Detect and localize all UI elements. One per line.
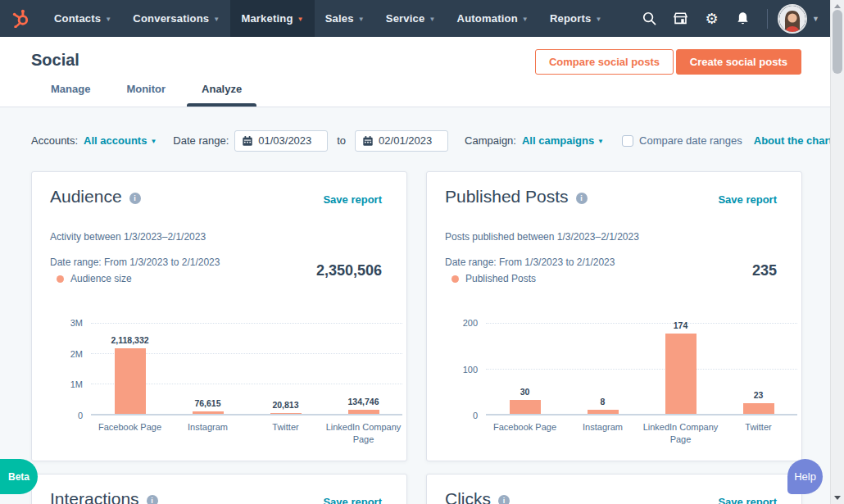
- clicks-card: Clicks i Save report: [426, 474, 802, 504]
- settings-gear-icon[interactable]: ⚙: [704, 11, 719, 26]
- calendar-icon: [362, 135, 374, 147]
- chevron-down-icon[interactable]: ▼: [812, 15, 819, 23]
- chevron-down-icon: ▼: [595, 16, 601, 23]
- bar-slot: 8Instagram: [564, 323, 642, 414]
- card-title: Clicks i: [445, 489, 510, 504]
- chevron-down-icon: ▼: [597, 138, 604, 145]
- scroll-up-arrow-icon[interactable]: [834, 4, 841, 8]
- bar-slot: 23Twitter: [719, 323, 797, 414]
- x-axis-label: Instagram: [565, 421, 641, 434]
- nav-item-marketing[interactable]: Marketing ▼: [230, 0, 314, 37]
- bar-slot: 2,118,332Facebook Page: [91, 323, 169, 414]
- marketplace-icon[interactable]: [673, 11, 688, 26]
- y-axis: 2001000: [445, 323, 478, 415]
- bar-facebook-page[interactable]: [510, 400, 541, 414]
- search-icon[interactable]: [642, 11, 657, 26]
- info-icon[interactable]: i: [498, 495, 510, 504]
- create-social-posts-button[interactable]: Create social posts: [676, 49, 801, 75]
- date-from-field[interactable]: [234, 130, 328, 152]
- page-header: Social Compare social posts Create socia…: [0, 37, 844, 107]
- accounts-dropdown[interactable]: All accounts ▼: [84, 134, 157, 147]
- chart-legend: Published Posts: [451, 273, 536, 284]
- bar-value-label: 20,813: [272, 400, 298, 410]
- scrollbar-thumb[interactable]: [833, 10, 842, 74]
- y-axis-tick: 2M: [70, 348, 83, 360]
- bar-instagram[interactable]: [193, 411, 224, 414]
- nav-item-reports[interactable]: Reports ▼: [539, 0, 613, 37]
- y-axis-tick: 100: [463, 364, 478, 375]
- date-to-field[interactable]: [355, 130, 448, 152]
- nav-item-sales[interactable]: Sales ▼: [315, 0, 375, 37]
- bar-instagram[interactable]: [588, 410, 619, 414]
- nav-item-service[interactable]: Service ▼: [375, 0, 447, 37]
- bar-slot: 134,746LinkedIn Company Page: [324, 323, 402, 414]
- bar-value-label: 174: [674, 320, 688, 330]
- tab-manage[interactable]: Manage: [36, 74, 105, 107]
- nav-item-contacts[interactable]: Contacts ▼: [43, 0, 122, 37]
- bar-slot: 20,813Twitter: [247, 323, 324, 414]
- y-axis: 3M2M1M0: [50, 323, 83, 415]
- date-to-input[interactable]: [379, 134, 441, 147]
- card-title-text: Published Posts: [445, 187, 569, 207]
- to-label: to: [337, 134, 346, 147]
- compare-social-posts-button[interactable]: Compare social posts: [535, 49, 674, 75]
- beta-badge[interactable]: Beta: [0, 459, 38, 494]
- campaign-dropdown[interactable]: All campaigns ▼: [522, 134, 604, 147]
- compare-date-ranges-checkbox[interactable]: [622, 135, 633, 147]
- accounts-label: Accounts:: [31, 134, 78, 147]
- hubspot-logo-icon[interactable]: [0, 0, 43, 37]
- bar-facebook-page[interactable]: [115, 348, 146, 414]
- notifications-bell-icon[interactable]: [735, 11, 751, 26]
- save-report-link[interactable]: Save report: [323, 193, 382, 206]
- chevron-down-icon: ▼: [150, 138, 157, 145]
- accounts-dropdown-value: All accounts: [84, 134, 147, 147]
- card-title: Interactions i: [50, 489, 158, 504]
- y-axis-tick: 200: [463, 317, 478, 329]
- card-subtitle: Activity between 1/3/2023–2/1/2023: [50, 231, 206, 243]
- help-button[interactable]: Help: [787, 459, 823, 494]
- campaign-dropdown-value: All campaigns: [522, 134, 594, 147]
- calendar-icon: [242, 135, 253, 147]
- nav-right-controls: ⚙ ▼: [626, 0, 844, 37]
- tab-analyze[interactable]: Analyze: [187, 74, 256, 107]
- date-from-input[interactable]: [258, 134, 320, 147]
- x-axis-label: Facebook Page: [488, 421, 563, 434]
- bar-value-label: 30: [520, 387, 530, 397]
- nav-item-label: Conversations: [133, 12, 209, 25]
- y-axis-tick: 1M: [70, 379, 83, 390]
- bar-linkedin-company-page[interactable]: [348, 410, 379, 414]
- save-report-link[interactable]: Save report: [323, 496, 382, 504]
- total-value: 235: [752, 262, 777, 279]
- nav-item-automation[interactable]: Automation ▼: [447, 0, 539, 37]
- nav-item-label: Marketing: [241, 12, 293, 25]
- info-icon[interactable]: i: [147, 495, 158, 504]
- tab-monitor[interactable]: Monitor: [111, 74, 180, 107]
- published-posts-card: Published Posts i Save report Posts publ…: [426, 171, 802, 461]
- user-avatar[interactable]: [779, 6, 805, 32]
- card-title: Published Posts i: [445, 187, 588, 207]
- info-icon[interactable]: i: [576, 193, 588, 204]
- save-report-link[interactable]: Save report: [718, 496, 777, 504]
- card-title-text: Interactions: [50, 489, 139, 504]
- save-report-link[interactable]: Save report: [718, 193, 777, 206]
- chevron-down-icon: ▼: [522, 16, 529, 23]
- x-axis-label: LinkedIn Company Page: [643, 421, 719, 446]
- bar-value-label: 76,615: [194, 398, 220, 408]
- bar-value-label: 2,118,332: [111, 335, 148, 345]
- y-axis-tick: 3M: [70, 317, 83, 329]
- bar-twitter[interactable]: [743, 403, 774, 414]
- bar-linkedin-company-page[interactable]: [665, 334, 697, 414]
- scroll-down-arrow-icon[interactable]: [834, 496, 841, 500]
- hubspot-sprocket-icon: [11, 9, 30, 28]
- nav-item-conversations[interactable]: Conversations ▼: [122, 0, 230, 37]
- card-date-range-text: Date range: From 1/3/2023 to 2/1/2023: [50, 257, 220, 268]
- bar-twitter[interactable]: [270, 413, 302, 414]
- scrollbar[interactable]: [830, 0, 844, 504]
- filter-bar: Accounts: All accounts ▼ Date range: to: [31, 129, 811, 152]
- y-axis-tick: 0: [473, 410, 478, 421]
- bar-chart: 2001000 30Facebook Page8Instagram174Link…: [445, 316, 783, 447]
- nav-item-label: Contacts: [54, 12, 101, 25]
- info-icon[interactable]: i: [129, 193, 141, 204]
- date-range-label: Date range:: [173, 134, 229, 147]
- top-nav: Contacts ▼ Conversations ▼ Marketing ▼ S…: [0, 0, 844, 37]
